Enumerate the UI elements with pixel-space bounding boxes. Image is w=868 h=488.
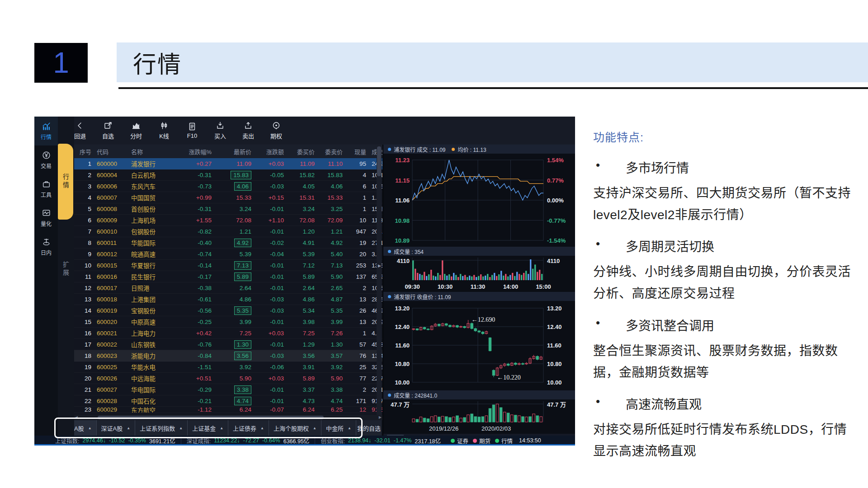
triangle-up-icon: ▲ bbox=[220, 426, 223, 430]
date-axis-label: 2020/02/03 bbox=[481, 425, 511, 432]
column-header[interactable]: 名称 bbox=[128, 147, 175, 156]
table-row[interactable]: 12600017日照港-0.382.64-0.012.642.65210.5 bbox=[74, 282, 382, 294]
table-row[interactable]: 23600029东方航空-1.126.24-0.076.246.251291.6 bbox=[74, 407, 382, 413]
cell: 15.83 bbox=[317, 172, 345, 178]
orange-dot-icon bbox=[452, 148, 455, 151]
cell: 2 bbox=[345, 386, 369, 393]
feature-description: 整合恒生聚源资讯、股票财务数据，指数数据，金融期货数据等 bbox=[593, 340, 856, 384]
cell: 华能水电 bbox=[128, 362, 175, 371]
table-row[interactable]: 20600026中远海能+0.515.90+0.035.895.907722.7 bbox=[74, 373, 382, 384]
cell: 6.24 bbox=[287, 407, 317, 413]
table-row[interactable]: 14600019宝钢股份-0.565.35-0.035.345.352646.9 bbox=[74, 305, 382, 316]
cell: 2.64 bbox=[287, 285, 317, 291]
cell: 600006 bbox=[94, 183, 128, 190]
cell: -0.03 bbox=[254, 307, 287, 314]
cell: 95 bbox=[345, 160, 369, 167]
cell: 600016 bbox=[94, 273, 128, 280]
sidebar-item-行情[interactable]: 行情 bbox=[34, 117, 58, 145]
index-change: -10.52 bbox=[109, 437, 125, 444]
cell: 23 bbox=[74, 407, 94, 413]
table-row[interactable]: 4600007中国国贸+0.9915.33+0.1515.3115.3311.6 bbox=[74, 192, 382, 203]
cell: 12 bbox=[345, 407, 369, 413]
column-header[interactable]: 现量 bbox=[345, 147, 369, 156]
cell: 3.91 bbox=[287, 364, 317, 371]
toolbar-button-期权[interactable]: 期权 bbox=[262, 118, 290, 143]
table-row[interactable]: 6600009上海机场+1.5572.08+1.1072.0872.091011… bbox=[74, 215, 382, 226]
column-header[interactable]: 序号 bbox=[74, 147, 94, 156]
cell: -0.84 bbox=[175, 352, 214, 359]
cell: 7.25 bbox=[287, 330, 317, 337]
market-tab-上证债券[interactable]: 上证债券▲ bbox=[228, 420, 269, 436]
table-row[interactable]: 18600023浙能电力-0.843.56-0.033.563.577613.4 bbox=[74, 350, 382, 361]
panel-expand-icon[interactable]: ▶ bbox=[378, 263, 381, 268]
cell: 3.37 bbox=[287, 386, 317, 393]
toolbar-button-买入[interactable]: 买入 bbox=[206, 118, 234, 143]
table-row[interactable]: 16600021上海电力+0.427.25+0.037.257.2614.5 bbox=[74, 328, 382, 339]
toolbar-button-卖出[interactable]: 卖出 bbox=[234, 118, 262, 143]
column-header[interactable]: 涨跌幅% bbox=[175, 147, 214, 156]
time-axis-label: 15:00 bbox=[536, 283, 551, 290]
cell: 中国石化 bbox=[128, 396, 175, 405]
cell: 11.09 bbox=[287, 160, 317, 167]
cell: 600011 bbox=[94, 239, 128, 246]
market-tab-中金所[interactable]: 中金所▲ bbox=[321, 420, 356, 436]
market-tab-深证A股[interactable]: 深证A股▲ bbox=[97, 420, 136, 436]
table-row[interactable]: 19600025华能水电-1.513.92-0.063.913.922532.6 bbox=[74, 361, 382, 373]
hscroll-left-icon[interactable]: ◀ bbox=[75, 415, 78, 420]
table-row[interactable]: 8600011华能国际-0.404.92-0.024.914.921927.1 bbox=[74, 237, 382, 249]
cell: 山东钢铁 bbox=[128, 340, 175, 349]
market-tab-上证基金[interactable]: 上证基金▲ bbox=[188, 420, 228, 436]
toolbar-button-自选[interactable]: 自选 bbox=[94, 118, 122, 143]
table-row[interactable]: 3600006东风汽车-0.734.06-0.034.054.06610.6 bbox=[74, 181, 382, 192]
cell: 11 bbox=[74, 273, 94, 280]
horizontal-scrollbar[interactable]: ◀ ▶ bbox=[74, 415, 382, 420]
table-row[interactable]: 2600004白云机场-0.3115.83-0.0515.8215.83410.… bbox=[74, 169, 382, 181]
table-row[interactable]: 11600016民生银行-0.175.89-0.015.895.9013765.… bbox=[74, 271, 382, 282]
sidebar-item-交易[interactable]: 交易 bbox=[34, 145, 58, 174]
table-row[interactable]: 9600012皖通高速-0.745.39-0.045.395.40203.3 bbox=[74, 249, 382, 260]
vertical-scrollbar[interactable] bbox=[377, 145, 382, 415]
sidebar-item-日内[interactable]: 日内 bbox=[34, 232, 58, 261]
kline-icon bbox=[160, 121, 169, 130]
column-header[interactable]: 委卖价 bbox=[317, 147, 345, 156]
table-row[interactable]: 21600027华电国际-0.293.38-0.013.373.38220.1 bbox=[74, 384, 382, 395]
sidebar-item-工具[interactable]: 工具 bbox=[34, 174, 58, 203]
toolbar-button-K线[interactable]: K线 bbox=[150, 118, 178, 143]
table-row[interactable]: 10600015华夏银行-0.147.13-0.017.127.1325313.… bbox=[74, 260, 382, 271]
cell: -0.21 bbox=[175, 398, 214, 404]
status-bar: 上证指数:2974.46↓-10.52-0.35%3691.21亿深证成指:11… bbox=[34, 436, 575, 446]
market-tab-上海个股期权[interactable]: 上海个股期权▲ bbox=[269, 420, 321, 436]
column-header[interactable]: 委买价 bbox=[287, 147, 317, 156]
horizontal-scrollbar-thumb[interactable] bbox=[98, 416, 324, 419]
table-row[interactable]: 15600020中原高速-0.253.99-0.013.983.991320.9 bbox=[74, 316, 382, 328]
triangle-up-icon: ▲ bbox=[348, 426, 351, 430]
table-row[interactable]: 5600008首创股份-0.313.24-0.013.243.25115.8 bbox=[74, 203, 382, 215]
market-tab-上证系列指数[interactable]: 上证系列指数▲ bbox=[135, 420, 188, 436]
side-tab-extend[interactable]: 扩展 bbox=[58, 248, 73, 291]
cell: 3.92 bbox=[214, 364, 254, 371]
column-header[interactable]: 代码 bbox=[94, 147, 128, 156]
toolbar-button-F10[interactable]: F10 bbox=[178, 118, 206, 143]
cell: -0.17 bbox=[175, 273, 214, 280]
column-header[interactable]: 最新价 bbox=[214, 147, 254, 156]
sidebar-item-量化[interactable]: 量化 bbox=[34, 203, 58, 232]
service-name: 行情 bbox=[501, 436, 513, 445]
side-tab-quotes-label: 行情 bbox=[61, 174, 70, 190]
toolbar-button-label: 回退 bbox=[74, 131, 86, 140]
hscroll-right-icon[interactable]: ▶ bbox=[379, 415, 382, 420]
table-row[interactable]: 1600000浦发银行+0.2711.09+0.0311.0911.109524… bbox=[74, 158, 382, 169]
vertical-scrollbar-thumb[interactable] bbox=[377, 146, 381, 176]
feature-description: 分钟线、小时线多周期自由切换，分价表灵活分析、高度还原交易过程 bbox=[593, 261, 856, 305]
table-row[interactable]: 7600010包钢股份-0.821.21-0.011.201.21947208.… bbox=[74, 226, 382, 237]
intraday-scale-icon bbox=[42, 237, 51, 247]
table-row[interactable]: 22600028中国石化-0.214.74-0.014.734.7417191.… bbox=[74, 395, 382, 407]
cell: 3.24 bbox=[214, 206, 254, 212]
cell: 600022 bbox=[94, 341, 128, 348]
toolbar-button-分时[interactable]: 分时 bbox=[122, 118, 150, 143]
side-tab-quotes[interactable]: 行情 bbox=[58, 144, 73, 220]
table-row[interactable]: 17600022山东钢铁-0.761.30-0.011.291.305745.3 bbox=[74, 339, 382, 350]
market-tab-我的自选[interactable]: 我的自选 bbox=[356, 420, 382, 436]
column-header[interactable]: 涨跌额 bbox=[254, 147, 287, 156]
kline-volume-header: 成交量 : 242841.0 bbox=[383, 390, 575, 399]
table-row[interactable]: 13600018上港集团-0.614.86-0.034.864.871328.5 bbox=[74, 294, 382, 305]
